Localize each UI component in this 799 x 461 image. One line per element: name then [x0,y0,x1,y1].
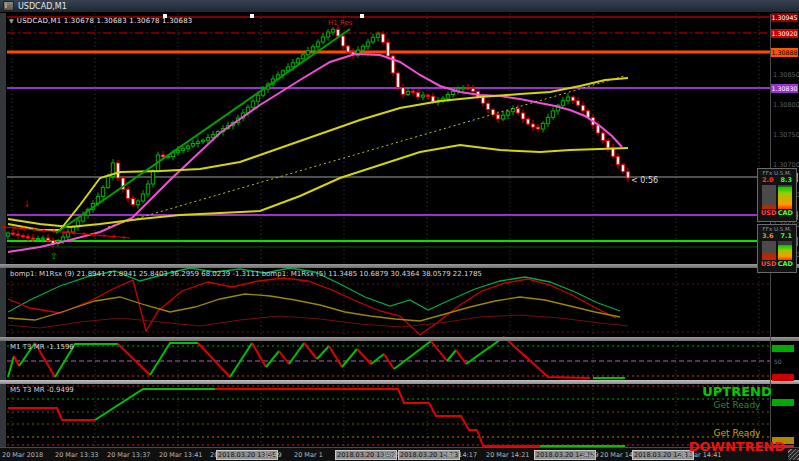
candle-body [366,42,369,46]
candle-body [306,51,309,55]
candle-body [386,42,389,56]
candle-body [291,63,294,67]
candle-body [26,237,29,238]
resize-grip[interactable] [788,449,799,460]
time-axis-label: 14:29 [580,451,599,459]
candle-body [571,97,574,101]
time-axis-label: 20 Mar 2018 [2,451,43,459]
candle-body [581,105,584,111]
candle-body [191,144,194,147]
rsx-indicator-label: bomp1: M1Rsx (9) 21.8941 21.8941 25.8403… [10,270,482,278]
ffx-usm-panel-1: FFx U.S.M.2.08.3USDCAD [757,168,797,222]
m1-t3-mr-segment [329,346,342,367]
candle-body [41,238,44,239]
cad-strength-bar [778,241,792,260]
ohlc-text: USDCAD,M1 1.30678 1.30683 1.30678 1.3068… [17,17,193,25]
candle-body [296,59,299,63]
candle-body [186,146,189,148]
candle-body [416,93,419,97]
candle-body [461,88,464,89]
candle-body [451,92,454,95]
m1-t3-mr-segment [317,346,329,359]
m5-t3-mr-segment [8,408,95,420]
time-axis-label: 13:49 [263,451,282,459]
ma-magenta [8,54,622,252]
candle-body [256,95,259,101]
usd-label: USD [761,260,776,268]
selection-handle[interactable] [250,14,254,18]
candle-body [361,46,364,50]
candle-body [526,119,529,124]
m1-t3-mr-segment [456,350,466,364]
m1-t3-mr-segment [198,343,230,377]
candle-body [551,111,554,117]
candle-body [401,88,404,95]
usd-strength-bar [762,185,776,209]
time-axis[interactable]: 20 Mar 201820 Mar 13:3320 Mar 13:3720 Ma… [0,448,799,461]
candle-body [381,34,384,42]
candle-body [566,97,569,101]
price-badge: 1.30920 [771,29,798,38]
selection-handle[interactable] [360,14,364,18]
candle-body [531,124,534,127]
ffx-usm-panel-2: FFx U.S.M.3.67.1USDCAD [757,224,797,273]
indicator-separator-2[interactable] [0,337,799,341]
h1-resistance-label: H1 Res [328,19,352,27]
signal-arrow-icon: ↓ [23,200,31,209]
indicator-separator-1[interactable] [0,264,799,268]
candle-body [116,163,119,178]
chart-canvas[interactable] [0,0,799,461]
price-badge: 1.30945 [771,13,798,22]
candle-body [336,29,339,36]
indicator-axis-badge [772,374,794,381]
trend-text: Get Ready [714,428,761,438]
indicator-axis-badge [772,345,794,352]
price-tick: 1.30850 [773,71,799,79]
candle-body [331,29,334,32]
candle-body [411,91,414,92]
candle-body [371,37,374,42]
cad-strength-value: 7.1 [780,232,792,240]
usd-strength-bar [762,241,776,260]
candle-body [466,88,469,89]
candle-body [131,199,134,205]
candle-body [546,117,549,123]
m1-t3-mr-segment [252,343,266,367]
candle-body [396,73,399,88]
m1-t3-mr-segment [431,341,447,361]
candle-body [176,150,179,152]
candle-body [206,138,209,141]
candle-body [501,115,504,119]
candle-body [31,238,34,239]
candle-body [36,239,39,240]
m1-t3-mr-segment [504,337,590,378]
m1-t3-mr-segment [118,344,150,375]
collapse-triangle-icon[interactable]: ▼ [9,17,14,24]
price-badge: 1.30830 [771,84,798,93]
candle-body [316,42,319,47]
time-axis-label: 20 Mar 13:41 [159,451,202,459]
candle-body [151,171,154,184]
m5-t3-label: M5 T3 MR -0.9499 [10,386,74,394]
candle-body [126,189,129,198]
candle-body [21,236,24,237]
m1-t3-mr-segment [266,351,279,367]
candle-body [106,177,109,188]
band-yellow-upper [8,78,628,230]
candle-body [521,113,524,119]
rsx-line [8,315,628,328]
m1-t3-mr-segment [447,350,456,361]
candle-body [471,88,474,91]
m1-t3-label: M1 T3 MR -1.1596 [10,343,74,351]
cad-strength-value: 8.3 [780,176,792,184]
panel-header: FFx U.S.M. [758,225,796,232]
time-axis-label: 20 Mar 1 [294,451,323,459]
candle-body [561,101,564,106]
candle-body [601,133,604,141]
m1-t3-mr-segment [371,354,384,364]
trend-text: Get Ready [714,400,761,410]
usd-strength-value: 2.0 [762,176,774,184]
indicator-separator-3[interactable] [0,380,799,384]
candle-body [506,112,509,116]
candle-body [576,101,579,106]
